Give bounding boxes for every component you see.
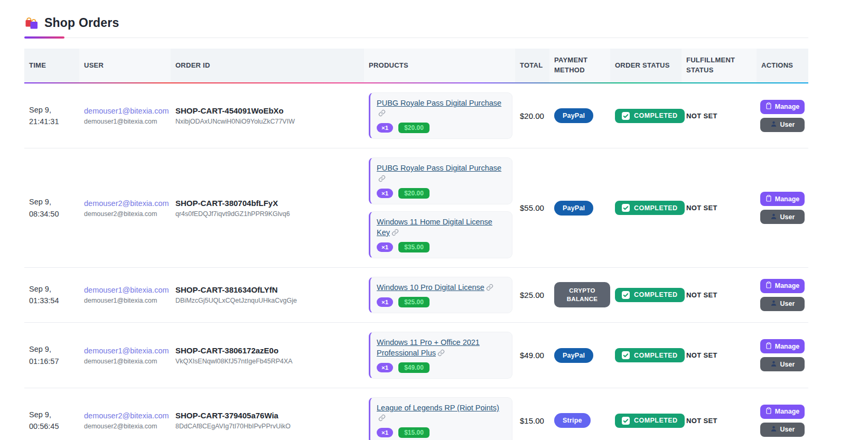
clipboard-icon xyxy=(766,195,772,203)
shop-orders-page: Shop Orders TIMEUSERORDER IDPRODUCTSTOTA… xyxy=(0,16,868,440)
user-email-link[interactable]: demouser2@bitexia.com xyxy=(84,199,169,208)
total-cell: $25.00 xyxy=(515,291,549,299)
total-cell: $20.00 xyxy=(515,111,549,120)
product-card: PUBG Royale Pass Digital Purchase×1$20.0… xyxy=(369,157,512,204)
order-id-cell: SHOP-CART-454091WoEbXoNxibjODAxUNcwiH0Ni… xyxy=(171,106,364,125)
order-token: NxibjODAxUNcwiH0NiO9YoluZkC77VIW xyxy=(175,118,364,125)
price-badge: $15.00 xyxy=(398,427,430,438)
product-pills: ×1$15.00 xyxy=(377,427,506,438)
table-row: Sep 9,21:41:31demouser1@bitexia.comdemou… xyxy=(24,83,808,148)
quantity-badge: ×1 xyxy=(377,363,393,372)
product-card: League of Legends RP (Riot Points)×1$15.… xyxy=(369,397,512,440)
product-link[interactable]: PUBG Royale Pass Digital Purchase xyxy=(377,164,501,172)
time-line: Sep 9, xyxy=(29,196,79,208)
user-button[interactable]: User xyxy=(760,423,805,437)
check-icon xyxy=(622,112,630,120)
user-button-label: User xyxy=(780,300,795,307)
product-link[interactable]: PUBG Royale Pass Digital Purchase xyxy=(377,99,501,107)
order-id-cell: SHOP-CART-380704bfLFyXqr4s0fEDQJf7iqvt9d… xyxy=(171,199,364,218)
price-badge: $20.00 xyxy=(398,123,430,133)
user-button[interactable]: User xyxy=(760,357,805,371)
product-name-line: PUBG Royale Pass Digital Purchase xyxy=(377,163,506,184)
product-pills: ×1$25.00 xyxy=(377,297,506,307)
manage-button[interactable]: Manage xyxy=(760,279,805,293)
actions-cell: ManageUser xyxy=(757,339,808,371)
time-line: Sep 9, xyxy=(29,343,79,355)
user-email-link[interactable]: demouser1@bitexia.com xyxy=(84,347,169,355)
actions-cell: ManageUser xyxy=(757,405,808,437)
time-line: Sep 9, xyxy=(29,104,79,116)
payment-badge-paypal: PayPal xyxy=(554,348,593,363)
product-name-line: League of Legends RP (Riot Points) xyxy=(377,402,506,424)
price-badge: $20.00 xyxy=(398,188,430,199)
user-email-link[interactable]: demouser1@bitexia.com xyxy=(84,107,169,115)
person-icon xyxy=(770,213,777,221)
order-status-label: COMPLETED xyxy=(634,204,678,212)
link-icon xyxy=(378,109,386,119)
manage-button[interactable]: Manage xyxy=(760,192,805,206)
quantity-badge: ×1 xyxy=(377,189,393,198)
user-button[interactable]: User xyxy=(760,118,805,132)
payment-method-cell: PayPal xyxy=(549,348,610,363)
user-button[interactable]: User xyxy=(760,297,805,311)
payment-badge-paypal: PayPal xyxy=(554,108,593,123)
orders-table: TIMEUSERORDER IDPRODUCTSTOTALPAYMENT MET… xyxy=(24,49,808,440)
user-cell: demouser1@bitexia.comdemouser1@bitexia.c… xyxy=(79,285,171,304)
order-id: SHOP-CART-454091WoEbXo xyxy=(175,106,364,115)
time-line: 01:33:54 xyxy=(29,295,79,306)
price-badge: $35.00 xyxy=(398,242,430,252)
product-name-line: Windows 10 Pro Digital License xyxy=(377,282,506,293)
clipboard-icon xyxy=(766,342,772,351)
actions-cell: ManageUser xyxy=(757,279,808,311)
manage-button[interactable]: Manage xyxy=(760,100,805,114)
order-id-cell: SHOP-CART-381634OfLYfNDBiMzcGj5UQLxCQetJ… xyxy=(171,285,364,304)
column-header-actions: ACTIONS xyxy=(757,55,808,76)
order-status-badge: COMPLETED xyxy=(615,109,685,123)
check-icon xyxy=(622,417,630,425)
link-icon xyxy=(378,414,386,424)
time-cell: Sep 9,01:16:57 xyxy=(24,343,79,367)
order-status-badge: COMPLETED xyxy=(615,348,685,362)
order-token: DBiMzcGj5UQLxCQetJznquUHkaCvgGje xyxy=(175,297,364,304)
link-icon xyxy=(486,284,493,293)
product-link[interactable]: Windows 11 Pro + Office 2021 Professiona… xyxy=(377,338,480,357)
order-status-cell: COMPLETED xyxy=(610,109,682,123)
column-header-products: PRODUCTS xyxy=(364,49,515,82)
payment-badge-crypto: CRYPTO BALANCE xyxy=(554,282,610,307)
user-email-secondary: demouser1@bitexia.com xyxy=(84,358,171,365)
payment-method-cell: PayPal xyxy=(549,108,610,123)
payment-badge-stripe: Stripe xyxy=(554,413,591,428)
manage-button[interactable]: Manage xyxy=(760,339,805,353)
table-row: Sep 9,01:33:54demouser1@bitexia.comdemou… xyxy=(24,267,808,322)
table-body: Sep 9,21:41:31demouser1@bitexia.comdemou… xyxy=(24,83,808,440)
title-divider xyxy=(24,38,808,38)
price-badge: $25.00 xyxy=(398,297,430,307)
user-button[interactable]: User xyxy=(760,210,805,224)
payment-badge-paypal: PayPal xyxy=(554,201,593,216)
products-cell: League of Legends RP (Riot Points)×1$15.… xyxy=(364,397,515,440)
time-line: 21:41:31 xyxy=(29,116,79,127)
quantity-badge: ×1 xyxy=(377,297,393,307)
order-status-badge: COMPLETED xyxy=(615,201,685,215)
order-status-badge: COMPLETED xyxy=(615,288,685,302)
time-cell: Sep 9,01:33:54 xyxy=(24,283,79,307)
manage-button-label: Manage xyxy=(775,195,800,203)
order-id: SHOP-CART-3806172azE0o xyxy=(175,346,364,355)
products-cell: PUBG Royale Pass Digital Purchase×1$20.0… xyxy=(364,157,515,258)
user-email-link[interactable]: demouser1@bitexia.com xyxy=(84,286,169,294)
order-id: SHOP-CART-380704bfLFyX xyxy=(175,199,364,208)
column-header-order-id: ORDER ID xyxy=(171,55,364,76)
product-link[interactable]: League of Legends RP (Riot Points) xyxy=(377,404,499,412)
user-email-link[interactable]: demouser2@bitexia.com xyxy=(84,411,169,420)
product-pills: ×1$35.00 xyxy=(377,242,506,252)
product-pills: ×1$20.00 xyxy=(377,123,506,133)
manage-button[interactable]: Manage xyxy=(760,405,805,419)
user-email-secondary: demouser1@bitexia.com xyxy=(84,297,171,304)
products-cell: PUBG Royale Pass Digital Purchase×1$20.0… xyxy=(364,92,515,139)
column-header-payment-method: PAYMENT METHOD xyxy=(549,49,610,82)
product-link[interactable]: Windows 10 Pro Digital License xyxy=(377,283,484,292)
product-pills: ×1$49.00 xyxy=(377,362,506,373)
column-header-total: TOTAL xyxy=(515,55,549,76)
order-id-cell: SHOP-CART-379405a76Wia8DdCAf8CEgAVIg7tI7… xyxy=(171,411,364,430)
column-header-time: TIME xyxy=(24,55,79,76)
